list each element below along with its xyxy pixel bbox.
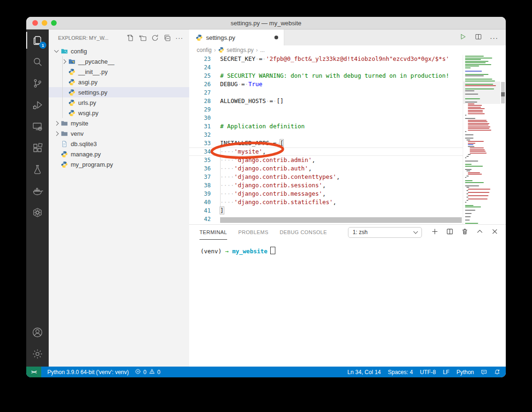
code-line-34[interactable]: 34····'mysite', [189, 147, 463, 156]
code-line-26[interactable]: 26DEBUG·=·True [189, 80, 463, 88]
breadcrumb-item-file[interactable]: settings.py [227, 47, 253, 53]
code-line-23[interactable]: 23SECRET_KEY·=·'2fpb@0_fbct&_ylz33kz@d!t… [189, 55, 463, 63]
run-debug-icon[interactable] [26, 94, 49, 116]
line-number[interactable]: 32 [189, 131, 220, 139]
kill-terminal-icon[interactable] [461, 228, 468, 237]
maximize-panel-icon[interactable] [476, 228, 483, 237]
tree-item-__pycache__[interactable]: __pycache__ [49, 56, 189, 66]
search-icon[interactable] [26, 51, 49, 73]
tab-debug-console[interactable]: DEBUG CONSOLE [280, 225, 327, 240]
problems-status[interactable]: 0 0 [135, 368, 160, 376]
code-line-35[interactable]: 35····'django.contrib.admin', [189, 156, 463, 164]
chevron-down-icon[interactable] [52, 50, 60, 52]
breadcrumb-item-symbol[interactable]: ... [260, 47, 265, 53]
chevron-right-icon[interactable] [52, 122, 60, 125]
line-number[interactable]: 36 [189, 164, 220, 173]
remote-explorer-icon[interactable] [26, 116, 49, 137]
line-number[interactable]: 34 [189, 147, 220, 156]
tree-item-mysite[interactable]: mysite [49, 118, 189, 128]
tree-item-settings.py[interactable]: settings.py [49, 87, 189, 97]
code-line-29[interactable]: 29 [189, 105, 463, 114]
remote-indicator[interactable]: >< [26, 367, 41, 377]
notifications-bell-icon[interactable] [494, 369, 500, 375]
horizontal-scrollbar[interactable] [220, 217, 462, 223]
extensions-icon[interactable] [26, 137, 49, 159]
code-line-32[interactable]: 32 [189, 131, 463, 139]
tree-item-manage.py[interactable]: manage.py [49, 149, 189, 159]
line-number[interactable]: 39 [189, 190, 220, 198]
kubernetes-icon[interactable] [26, 202, 49, 223]
code-line-40[interactable]: 40····'django.contrib.staticfiles', [189, 198, 463, 206]
split-terminal-icon[interactable] [446, 228, 453, 237]
more-actions-icon[interactable]: ··· [174, 33, 185, 43]
chevron-right-icon[interactable] [60, 60, 67, 63]
code-line-38[interactable]: 38····'django.contrib.sessions', [189, 181, 463, 190]
line-number[interactable]: 29 [189, 105, 220, 114]
modified-dot-icon[interactable] [274, 36, 278, 39]
tab-settings-py[interactable]: settings.py [189, 29, 284, 45]
collapse-folders-icon[interactable] [162, 33, 172, 43]
tree-item-config[interactable]: config [49, 46, 189, 56]
eol-status[interactable]: LF [443, 369, 450, 375]
settings-gear-icon[interactable] [26, 343, 49, 365]
line-number[interactable]: 38 [189, 181, 220, 190]
chevron-right-icon[interactable] [52, 132, 60, 135]
feedback-icon[interactable] [481, 369, 487, 375]
new-file-icon[interactable] [126, 33, 136, 43]
new-folder-icon[interactable] [138, 33, 148, 43]
line-number[interactable]: 41 [189, 206, 220, 215]
tree-item-__init__.py[interactable]: __init__.py [49, 66, 189, 77]
explorer-icon[interactable]: 1 [26, 29, 49, 51]
cursor-position-status[interactable]: Ln 34, Col 14 [347, 369, 381, 375]
code-line-36[interactable]: 36····'django.contrib.auth', [189, 164, 463, 173]
vertical-scrollbar[interactable] [500, 55, 506, 224]
code-line-27[interactable]: 27 [189, 88, 463, 97]
line-number[interactable]: 43 [189, 223, 220, 224]
minimap[interactable] [463, 55, 500, 224]
line-number[interactable]: 28 [189, 97, 220, 105]
code-line-25[interactable]: 25# SECURITY WARNING: don't run with deb… [189, 72, 463, 80]
code-line-41[interactable]: 41] [189, 206, 463, 215]
line-number[interactable]: 23 [189, 55, 220, 63]
refresh-icon[interactable] [150, 33, 160, 43]
editor-more-actions-icon[interactable]: ··· [490, 34, 498, 42]
source-control-icon[interactable] [26, 73, 49, 94]
terminal-output[interactable]: (venv) → my_website [189, 240, 506, 367]
run-file-button[interactable] [459, 33, 467, 43]
line-number[interactable]: 25 [189, 72, 220, 80]
close-window-button[interactable] [32, 20, 38, 26]
tree-item-db.sqlite3[interactable]: db.sqlite3 [49, 139, 189, 149]
close-panel-icon[interactable] [491, 228, 498, 237]
line-number[interactable]: 42 [189, 215, 220, 223]
code-line-37[interactable]: 37····'django.contrib.contenttypes', [189, 173, 463, 181]
line-number[interactable]: 30 [189, 114, 220, 122]
line-number[interactable]: 24 [189, 63, 220, 72]
line-number[interactable]: 35 [189, 156, 220, 164]
zoom-window-button[interactable] [51, 20, 57, 26]
code-line-30[interactable]: 30 [189, 114, 463, 122]
tab-problems[interactable]: PROBLEMS [238, 225, 268, 240]
docker-icon[interactable] [26, 180, 49, 202]
code-line-31[interactable]: 31# Application definition [189, 122, 463, 131]
tree-item-venv[interactable]: venv [49, 128, 189, 139]
new-terminal-icon[interactable] [431, 228, 438, 237]
tree-item-urls.py[interactable]: urls.py [49, 97, 189, 108]
tree-item-my_program.py[interactable]: my_program.py [49, 159, 189, 169]
testing-icon[interactable] [26, 159, 49, 180]
code-line-33[interactable]: 33INSTALLED_APPS·=·[ [189, 139, 463, 147]
split-editor-icon[interactable] [474, 33, 482, 43]
code-line-28[interactable]: 28ALLOWED_HOSTS·=·[] [189, 97, 463, 105]
terminal-selector-dropdown[interactable]: 1: zsh [348, 227, 422, 238]
tree-item-asgi.py[interactable]: asgi.py [49, 77, 189, 87]
line-number[interactable]: 26 [189, 80, 220, 88]
indentation-status[interactable]: Spaces: 4 [388, 369, 413, 375]
encoding-status[interactable]: UTF-8 [420, 369, 436, 375]
minimize-window-button[interactable] [42, 20, 47, 26]
python-interpreter-status[interactable]: Python 3.9.0 64-bit ('venv': venv) [47, 369, 129, 375]
code-line-39[interactable]: 39····'django.contrib.messages', [189, 190, 463, 198]
tab-terminal[interactable]: TERMINAL [200, 225, 227, 240]
line-number[interactable]: 37 [189, 173, 220, 181]
tree-item-wsgi.py[interactable]: wsgi.py [49, 108, 189, 118]
line-number[interactable]: 31 [189, 122, 220, 131]
code-line-43[interactable]: 43MIDDLEWARE·=·[ [189, 223, 463, 224]
